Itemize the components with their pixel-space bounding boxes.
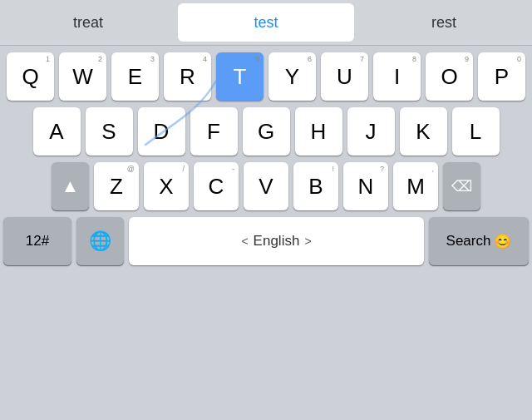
key-T[interactable]: 5T [216, 52, 264, 101]
key-R[interactable]: 4R [164, 52, 211, 101]
globe-key[interactable]: 🌐 [76, 217, 124, 265]
key-K[interactable]: K [400, 107, 447, 156]
key-P[interactable]: 0P [478, 52, 525, 101]
key-C[interactable]: C- [194, 162, 239, 210]
search-key[interactable]: Search 😊 [429, 217, 529, 265]
key-row-2: ASDFGHJKL [3, 107, 529, 156]
key-N[interactable]: N? [343, 162, 388, 210]
key-S[interactable]: S [86, 107, 133, 156]
globe-icon: 🌐 [89, 230, 111, 252]
num-key-label: 12# [26, 233, 49, 250]
shift-key[interactable]: ▲ [52, 162, 89, 210]
key-E[interactable]: 3E [111, 52, 159, 101]
key-B[interactable]: B! [293, 162, 338, 210]
bottom-row: 12# 🌐 < English > Search 😊 [3, 217, 529, 265]
delete-key[interactable]: ⌫ [443, 162, 480, 210]
key-V[interactable]: V [244, 162, 288, 210]
autocomplete-item-test[interactable]: test [178, 3, 354, 42]
key-L[interactable]: L [452, 107, 500, 156]
keyboard: 1Q2W3E4R5T6Y7U8I9O0P ASDFGHJKL ▲ Z@X/C-V… [0, 46, 532, 420]
space-language-label: English [254, 233, 300, 250]
key-U[interactable]: 7U [321, 52, 368, 101]
key-F[interactable]: F [190, 107, 238, 156]
space-key[interactable]: < English > [129, 217, 424, 265]
key-G[interactable]: G [243, 107, 290, 156]
autocomplete-bar: treattestrest [0, 0, 532, 46]
key-Q[interactable]: 1Q [7, 52, 54, 101]
shift-icon: ▲ [62, 175, 80, 197]
key-A[interactable]: A [33, 107, 81, 156]
key-row-1: 1Q2W3E4R5T6Y7U8I9O0P [3, 52, 529, 101]
key-W[interactable]: 2W [59, 52, 106, 101]
autocomplete-item-treat[interactable]: treat [0, 0, 176, 45]
key-I[interactable]: 8I [373, 52, 421, 101]
key-row-3: ▲ Z@X/C-VB!N?M,⌫ [3, 162, 529, 210]
key-Y[interactable]: 6Y [268, 52, 316, 101]
space-left-arrow: < [241, 235, 248, 248]
key-H[interactable]: H [295, 107, 342, 156]
autocomplete-item-rest[interactable]: rest [356, 0, 532, 45]
key-O[interactable]: 9O [426, 52, 473, 101]
key-X[interactable]: X/ [144, 162, 189, 210]
space-right-arrow: > [304, 235, 311, 248]
key-D[interactable]: D [138, 107, 185, 156]
delete-icon: ⌫ [451, 177, 472, 195]
key-Z[interactable]: Z@ [94, 162, 139, 210]
num-key[interactable]: 12# [3, 217, 71, 265]
key-M[interactable]: M, [393, 162, 438, 210]
search-label: Search [446, 233, 491, 250]
key-J[interactable]: J [347, 107, 395, 156]
search-emoji: 😊 [494, 233, 511, 250]
